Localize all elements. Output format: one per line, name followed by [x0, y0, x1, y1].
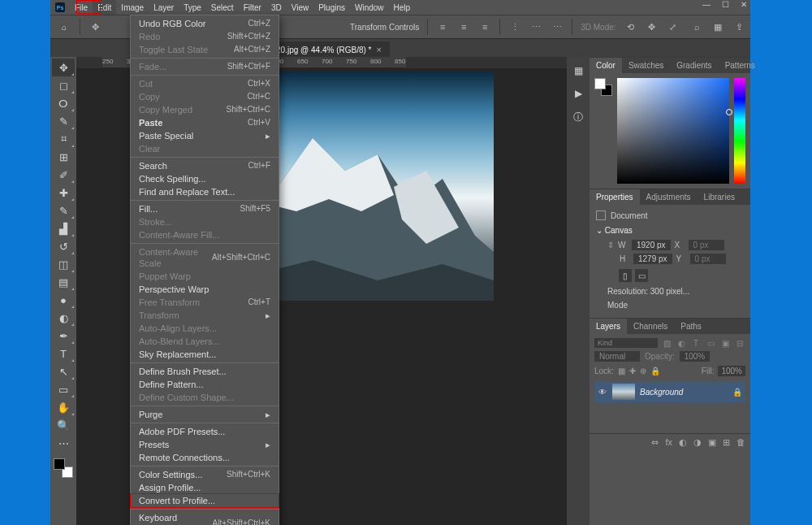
edit-menu-item[interactable]: PasteCtrl+V [131, 116, 279, 129]
menu-3d[interactable]: 3D [266, 0, 287, 15]
healing-tool[interactable]: ✚ [52, 184, 75, 202]
lasso-tool[interactable]: ⵔ [52, 94, 75, 112]
tab-channels[interactable]: Channels [627, 319, 674, 334]
panel-swatch[interactable] [594, 78, 612, 96]
tab-properties[interactable]: Properties [590, 189, 640, 205]
lock-all-icon[interactable]: ▦ [618, 367, 625, 375]
brush-tool[interactable]: ✎ [52, 202, 75, 219]
menu-image[interactable]: Image [116, 0, 149, 15]
orientation-landscape-icon[interactable]: ▭ [635, 269, 648, 282]
edit-menu-item[interactable]: Undo RGB ColorCtrl+Z [131, 17, 279, 30]
tab-color[interactable]: Color [590, 58, 622, 73]
menu-select[interactable]: Select [206, 0, 239, 15]
edit-toolbar-icon[interactable]: ⋯ [52, 434, 75, 452]
layer-row-background[interactable]: 👁 Background 🔒 [594, 381, 745, 402]
adjustment-icon[interactable]: ◑ [693, 437, 702, 448]
eraser-tool[interactable]: ◫ [52, 255, 75, 273]
menu-filter[interactable]: Filter [239, 0, 266, 15]
menu-type[interactable]: Type [179, 0, 206, 15]
history-panel-icon[interactable]: ▦ [574, 65, 583, 76]
filter-image-icon[interactable]: ▧ [661, 337, 672, 349]
align-left-icon[interactable]: ≡ [436, 20, 449, 33]
filter-type-icon[interactable]: T [690, 337, 702, 349]
minimize-icon[interactable]: — [702, 0, 710, 9]
blend-mode-select[interactable]: Normal [594, 351, 640, 362]
tab-patterns[interactable]: Patterns [719, 58, 762, 73]
color-swatch[interactable] [54, 458, 73, 478]
x-input[interactable]: 0 px [689, 240, 724, 250]
zoom-tool[interactable]: 🔍 [52, 416, 75, 434]
search-icon[interactable]: ⌕ [690, 20, 703, 33]
edit-menu-item[interactable]: Assign Profile... [131, 481, 279, 494]
distribute-v-icon[interactable]: ⋯ [529, 20, 542, 33]
layer-filter-kind[interactable]: Kind [594, 338, 658, 348]
tab-adjustments[interactable]: Adjustments [640, 189, 698, 205]
type-tool[interactable]: T [52, 345, 75, 362]
shape-tool[interactable]: ▭ [52, 380, 75, 398]
fx-icon[interactable]: fx [665, 437, 672, 448]
tab-close-icon[interactable]: × [376, 45, 381, 54]
menu-window[interactable]: Window [350, 0, 389, 15]
delete-layer-icon[interactable]: 🗑 [736, 437, 745, 448]
width-input[interactable]: 1920 px [632, 240, 671, 250]
align-center-icon[interactable]: ≡ [457, 20, 470, 33]
canvas-section-toggle[interactable]: ⌄ Canvas [596, 223, 744, 238]
path-tool[interactable]: ↖ [52, 362, 75, 380]
lock-icon[interactable]: 🔒 [650, 367, 660, 375]
opacity-input[interactable]: 100% [680, 351, 710, 362]
edit-menu-item[interactable]: Paste Special▸ [131, 129, 279, 142]
edit-menu-item[interactable]: Presets▸ [131, 438, 279, 451]
filter-smart-icon[interactable]: ▣ [719, 337, 731, 349]
mask-icon[interactable]: ◐ [679, 437, 687, 448]
lock-pixels-icon[interactable]: ⊕ [640, 367, 646, 375]
edit-menu-item[interactable]: Convert to Profile... [131, 494, 279, 507]
share-icon[interactable]: ⇪ [732, 20, 745, 33]
fill-input[interactable]: 100% [718, 366, 745, 376]
edit-menu-item[interactable]: SearchCtrl+F [131, 159, 279, 172]
menu-file[interactable]: File [70, 0, 93, 15]
zoom3d-icon[interactable]: ⤢ [667, 20, 680, 33]
tab-libraries[interactable]: Libraries [698, 189, 741, 205]
align-right-icon[interactable]: ≡ [478, 20, 491, 33]
y-input[interactable]: 0 px [690, 254, 726, 264]
menu-plugins[interactable]: Plugins [313, 0, 350, 15]
lock-position-icon[interactable]: ✚ [629, 367, 636, 375]
edit-menu-item[interactable]: Keyboard Shortcuts...Alt+Shift+Ctrl+K [131, 511, 279, 525]
link-wh-icon[interactable]: ⇕ [607, 241, 614, 249]
play-panel-icon[interactable]: ▶ [575, 88, 582, 99]
eyedropper-tool[interactable]: ✐ [52, 166, 75, 184]
menu-edit[interactable]: Edit [93, 0, 116, 15]
dodge-tool[interactable]: ◐ [52, 309, 75, 327]
edit-menu-item[interactable]: Perspective Warp [131, 283, 279, 296]
blur-tool[interactable]: ● [52, 291, 75, 309]
crop-tool[interactable]: ⌗ [52, 130, 75, 148]
edit-menu-item[interactable]: Fill...Shift+F5 [131, 202, 279, 215]
distribute-h-icon[interactable]: ⋮ [508, 20, 521, 33]
stamp-tool[interactable]: ▟ [52, 219, 75, 237]
gradient-tool[interactable]: ▤ [52, 273, 75, 291]
edit-menu-item[interactable]: Define Brush Preset... [131, 365, 279, 378]
orbit-icon[interactable]: ⟲ [624, 20, 637, 33]
tab-gradients[interactable]: Gradients [670, 58, 718, 73]
frame-tool[interactable]: ⊞ [52, 148, 75, 166]
marquee-tool[interactable]: ◻ [52, 76, 75, 94]
fg-color-icon[interactable] [54, 458, 65, 470]
pan3d-icon[interactable]: ✥ [646, 20, 659, 33]
edit-menu-item[interactable]: Remote Connections... [131, 451, 279, 464]
filter-shape-icon[interactable]: ▭ [705, 337, 716, 349]
new-layer-icon[interactable]: ⊞ [723, 437, 730, 448]
height-input[interactable]: 1279 px [633, 254, 672, 264]
menu-layer[interactable]: Layer [149, 0, 179, 15]
hand-tool[interactable]: ✋ [52, 398, 75, 416]
color-picker-field[interactable] [617, 78, 729, 184]
tab-swatches[interactable]: Swatches [622, 58, 670, 73]
edit-menu-item[interactable]: Define Pattern... [131, 378, 279, 391]
visibility-icon[interactable]: 👁 [598, 388, 607, 397]
filter-adjust-icon[interactable]: ◐ [676, 337, 687, 349]
hue-slider[interactable] [734, 78, 745, 184]
close-icon[interactable]: ✕ [741, 0, 747, 9]
layer-name[interactable]: Background [640, 388, 728, 397]
tab-paths[interactable]: Paths [674, 319, 708, 334]
workspace-icon[interactable]: ▦ [711, 20, 724, 33]
pen-tool[interactable]: ✒ [52, 327, 75, 345]
